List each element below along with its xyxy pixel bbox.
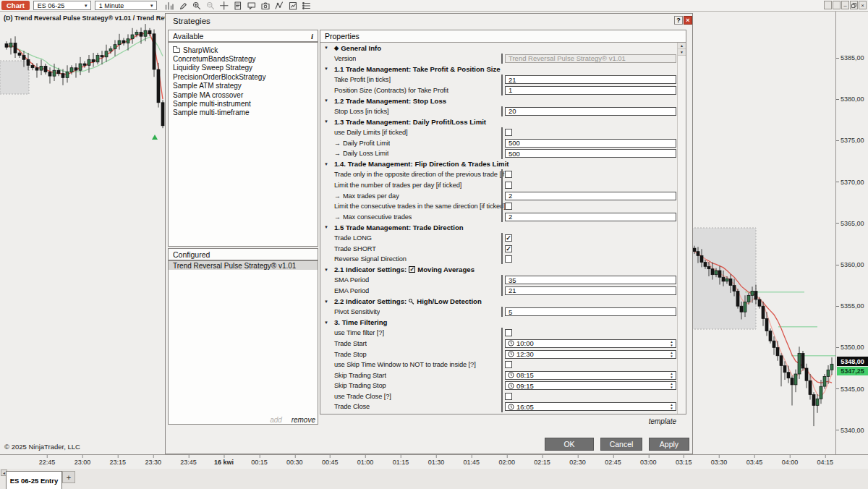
chart-menu-button[interactable]: Chart <box>1 1 30 10</box>
strategy-name: Sample MA crossover <box>173 91 243 99</box>
checkbox[interactable] <box>505 329 512 336</box>
available-strategy-item[interactable]: SharpWick <box>169 46 318 54</box>
info-icon[interactable]: i <box>311 32 313 41</box>
available-strategies-list[interactable]: SharpWickConcretumBandsStrategyLiquidity… <box>168 42 318 247</box>
property-value-input[interactable]: 20 <box>505 107 676 116</box>
remove-link[interactable]: remove <box>292 416 318 424</box>
available-strategy-item[interactable]: Sample multi-timeframe <box>169 109 318 117</box>
help-button[interactable]: ? <box>674 16 683 25</box>
time-axis[interactable]: 22:4523:0023:1523:3023:4516 kwi00:1500:3… <box>0 454 868 469</box>
zigzag-icon[interactable] <box>275 1 284 10</box>
template-link[interactable]: template <box>320 417 686 425</box>
zoom-in-icon[interactable] <box>192 1 202 10</box>
available-strategy-item[interactable]: PrecisionOrderBlockStrategy <box>169 72 318 81</box>
checkbox[interactable] <box>505 171 512 178</box>
spinner[interactable]: ▲▼ <box>668 382 675 389</box>
bars-icon[interactable] <box>165 1 174 10</box>
property-value-input[interactable]: 21 <box>505 75 676 84</box>
property-value-cell: 10:00▲▼ <box>501 339 676 349</box>
close-button[interactable]: × <box>859 1 867 9</box>
crosshair-icon[interactable] <box>220 1 229 10</box>
dialog-close-button[interactable]: × <box>684 16 692 25</box>
collapse-triangle-icon[interactable]: ▼ <box>324 299 331 304</box>
spinner[interactable]: ▲▼ <box>668 351 675 358</box>
properties-scrollbar[interactable]: ▲ ▼ <box>677 43 686 414</box>
collapse-triangle-icon[interactable]: ▼ <box>324 98 331 103</box>
cancel-button[interactable]: Cancel <box>600 438 642 451</box>
configured-strategy-item[interactable]: Trend Reversal Pulse Strategy® v1.01 <box>169 261 318 270</box>
property-value-input[interactable]: 1 <box>505 86 676 95</box>
restore-button[interactable] <box>850 1 858 9</box>
checkbox[interactable] <box>505 393 512 400</box>
time-input[interactable]: 12:30▲▼ <box>505 350 676 359</box>
checkbox[interactable] <box>505 182 512 189</box>
collapse-triangle-icon[interactable]: ▼ <box>324 162 331 166</box>
minimize-button[interactable]: – <box>841 1 849 9</box>
time-input[interactable]: 08:15▲▼ <box>505 371 676 380</box>
instrument-value: ES 06-25 <box>38 2 65 9</box>
spinner[interactable]: ▲▼ <box>668 340 675 347</box>
checkbox[interactable] <box>505 203 512 210</box>
report-icon[interactable] <box>234 1 243 10</box>
property-value-input[interactable]: 500 <box>505 139 676 148</box>
available-strategy-item[interactable]: Liquidity Sweep Strategy <box>169 64 318 72</box>
spinner-down-icon[interactable]: ▼ <box>670 375 673 379</box>
time-input[interactable]: 10:00▲▼ <box>505 339 676 348</box>
snapshot-icon[interactable] <box>261 1 271 10</box>
property-value-input[interactable]: 35 <box>505 276 676 284</box>
spinner-down-icon[interactable]: ▼ <box>670 354 673 358</box>
draw-icon[interactable] <box>179 1 188 10</box>
add-link[interactable]: add <box>270 416 282 424</box>
checkbox[interactable] <box>505 361 512 368</box>
spinner[interactable]: ▲▼ <box>668 372 675 379</box>
checkbox[interactable]: ✓ <box>505 245 512 252</box>
property-value-input[interactable]: 5 <box>505 307 676 316</box>
checkbox[interactable] <box>505 255 512 263</box>
spinner-down-icon[interactable]: ▼ <box>670 386 673 389</box>
ok-button[interactable]: OK <box>545 438 594 451</box>
interval-selector[interactable]: 1 Minute ▼ <box>95 1 157 10</box>
property-value-cell <box>501 180 676 191</box>
property-value-cell: 21 <box>501 286 676 297</box>
collapse-triangle-icon[interactable]: ▼ <box>324 268 331 272</box>
spinner-down-icon[interactable]: ▼ <box>670 344 673 347</box>
callout-icon[interactable] <box>247 1 257 10</box>
property-value-input[interactable]: 21 <box>505 286 676 295</box>
spinner-down-icon[interactable]: ▼ <box>670 407 673 410</box>
properties-icon[interactable] <box>302 1 312 10</box>
price-axis[interactable]: 5385,005380,005375,005370,005365,005360,… <box>835 12 868 454</box>
scroll-up-icon[interactable]: ▲ <box>678 43 686 49</box>
scroll-down-icon[interactable]: ▼ <box>678 49 686 56</box>
time-input[interactable]: 16:05▲▼ <box>505 402 676 411</box>
property-value-input[interactable]: 2 <box>505 192 676 200</box>
property-value-cell <box>501 391 676 402</box>
available-strategy-item[interactable]: Sample MA crossover <box>169 90 318 99</box>
available-strategy-item[interactable]: ConcretumBandsStrategy <box>169 54 318 63</box>
last-price-label: 5348,00 <box>837 357 868 366</box>
tab-es-06-25-entry[interactable]: ES 06-25 Entry <box>6 471 62 489</box>
checkbox[interactable] <box>505 129 512 136</box>
property-row: Trade Close16:05▲▼ <box>320 401 678 412</box>
collapse-triangle-icon[interactable]: ▼ <box>324 225 331 229</box>
blank-button[interactable] <box>824 1 832 9</box>
instrument-selector[interactable]: ES 06-25 ▼ <box>33 1 91 10</box>
available-strategy-item[interactable]: Sample multi-instrument <box>169 99 318 108</box>
checkbox[interactable]: ✓ <box>505 234 512 242</box>
property-value-input[interactable]: 500 <box>505 149 676 158</box>
configured-strategies-list[interactable]: Trend Reversal Pulse Strategy® v1.01 <box>168 260 318 425</box>
section-label: 3. Time Filtering <box>334 318 387 326</box>
property-label: Pivot Sensitivity <box>320 308 380 315</box>
collapse-triangle-icon[interactable]: ▼ <box>324 46 331 50</box>
chart-trader-icon[interactable] <box>289 1 298 10</box>
collapse-triangle-icon[interactable]: ▼ <box>324 119 331 124</box>
blank-button[interactable] <box>833 1 841 9</box>
zoom-out-icon[interactable] <box>206 1 216 10</box>
available-strategy-item[interactable]: Sample ATM strategy <box>169 82 318 90</box>
spinner[interactable]: ▲▼ <box>668 403 675 410</box>
property-value-input[interactable]: 2 <box>505 213 676 221</box>
apply-button[interactable]: Apply <box>649 438 689 451</box>
time-input[interactable]: 09:15▲▼ <box>505 381 676 390</box>
add-tab-button[interactable]: + <box>62 471 75 483</box>
collapse-triangle-icon[interactable]: ▼ <box>324 320 331 325</box>
collapse-triangle-icon[interactable]: ▼ <box>324 67 331 71</box>
